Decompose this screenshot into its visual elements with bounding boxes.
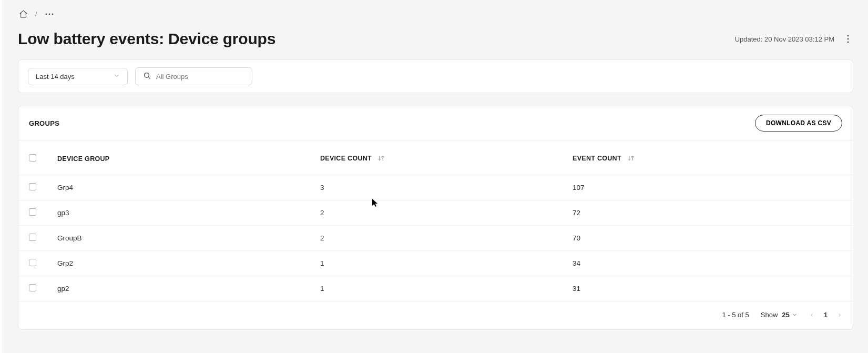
row-checkbox[interactable] <box>29 208 36 216</box>
pagination-range: 1 - 5 of 5 <box>722 311 749 319</box>
groups-card: GROUPS DOWNLOAD AS CSV DEVICE GROUP DEVI… <box>18 106 853 330</box>
chevron-down-icon <box>114 73 120 80</box>
cell-event-count: 70 <box>562 226 853 251</box>
cell-device-group: gp3 <box>47 200 310 226</box>
column-device-group[interactable]: DEVICE GROUP <box>47 140 310 175</box>
table-row[interactable]: Grp2134 <box>18 251 853 276</box>
table-row[interactable]: Grp43107 <box>18 175 853 200</box>
more-icon[interactable] <box>45 13 54 16</box>
date-range-value: Last 14 days <box>36 73 75 80</box>
cell-device-count: 1 <box>310 251 562 276</box>
show-label: Show <box>761 311 778 319</box>
cell-device-group: Grp4 <box>47 175 310 200</box>
select-all-checkbox[interactable] <box>29 154 36 162</box>
kebab-menu-icon[interactable] <box>843 34 853 44</box>
svg-point-0 <box>45 13 47 15</box>
page-size-select[interactable]: 25 <box>782 311 797 319</box>
prev-page-button[interactable] <box>809 311 814 319</box>
cell-event-count: 31 <box>562 276 853 301</box>
current-page: 1 <box>824 311 828 319</box>
row-checkbox[interactable] <box>29 259 36 266</box>
updated-timestamp: Updated: 20 Nov 2023 03:12 PM <box>735 35 834 43</box>
table-row[interactable]: gp2131 <box>18 276 853 301</box>
svg-point-5 <box>847 42 849 43</box>
home-icon[interactable] <box>19 9 28 18</box>
table-row[interactable]: GroupB270 <box>18 226 853 251</box>
table-pagination: 1 - 5 of 5 Show 25 1 <box>18 301 853 329</box>
cell-event-count: 34 <box>562 251 853 276</box>
sort-icon <box>377 156 385 163</box>
row-checkbox[interactable] <box>29 183 36 190</box>
svg-point-6 <box>145 73 149 78</box>
filter-bar: Last 14 days <box>18 59 853 93</box>
page-title: Low battery events: Device groups <box>18 30 275 48</box>
groups-card-title: GROUPS <box>29 119 59 127</box>
row-checkbox[interactable] <box>29 234 36 241</box>
cell-device-count: 1 <box>310 276 562 301</box>
next-page-button[interactable] <box>837 311 842 319</box>
row-checkbox[interactable] <box>29 284 36 291</box>
cell-device-count: 3 <box>310 175 562 200</box>
breadcrumb-separator: / <box>35 10 37 18</box>
breadcrumb: / <box>18 9 853 18</box>
date-range-select[interactable]: Last 14 days <box>28 68 128 85</box>
column-event-count[interactable]: EVENT COUNT <box>562 140 853 175</box>
download-csv-button[interactable]: DOWNLOAD AS CSV <box>755 115 842 132</box>
group-search-input[interactable] <box>156 73 244 80</box>
cell-device-count: 2 <box>310 226 562 251</box>
cell-device-group: gp2 <box>47 276 310 301</box>
column-device-count[interactable]: DEVICE COUNT <box>310 140 562 175</box>
cell-event-count: 107 <box>562 175 853 200</box>
cell-device-count: 2 <box>310 200 562 226</box>
svg-point-4 <box>847 38 849 40</box>
svg-point-2 <box>52 13 53 15</box>
search-icon <box>143 72 151 81</box>
sort-icon <box>627 156 635 163</box>
svg-point-1 <box>48 13 50 15</box>
groups-table: DEVICE GROUP DEVICE COUNT EVENT COUNT <box>18 140 853 301</box>
sidebar-edge <box>0 0 3 345</box>
cell-device-group: Grp2 <box>47 251 310 276</box>
cell-device-group: GroupB <box>47 226 310 251</box>
table-row[interactable]: gp3272 <box>18 200 853 226</box>
cell-event-count: 72 <box>562 200 853 226</box>
group-search[interactable] <box>135 67 252 85</box>
svg-point-3 <box>847 35 849 37</box>
svg-line-7 <box>148 77 150 78</box>
